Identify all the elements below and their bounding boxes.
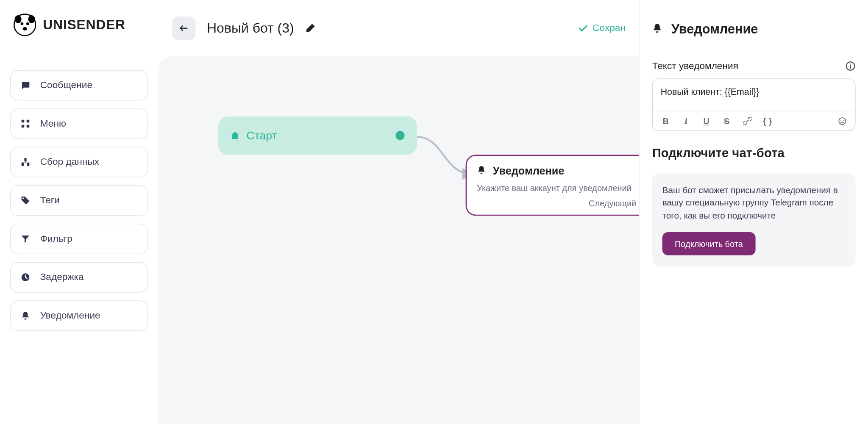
home-icon — [231, 131, 239, 140]
svg-rect-6 — [22, 120, 25, 123]
sidebar-item-label: Меню — [40, 118, 66, 130]
topbar: Новый бот (3) Сохран — [158, 0, 639, 56]
emoji-button[interactable] — [837, 116, 847, 126]
connect-description: Ваш бот сможет присылать уведомления в в… — [662, 184, 846, 222]
bell-icon — [21, 311, 30, 320]
bold-button[interactable]: B — [661, 116, 671, 126]
italic-button[interactable]: I — [681, 116, 691, 126]
properties-panel: Уведомление Текст уведомления Новый клие… — [639, 0, 868, 424]
strike-button[interactable]: S — [722, 116, 732, 126]
sidebar-item-filter[interactable]: Фильтр — [10, 224, 148, 254]
svg-rect-9 — [27, 125, 30, 128]
svg-point-1 — [15, 15, 22, 23]
save-status: Сохран — [578, 22, 626, 34]
logo[interactable]: UNISENDER — [10, 14, 148, 36]
connect-bot-button[interactable]: Подключить бота — [662, 233, 756, 256]
sidebar-item-label: Уведомление — [40, 310, 100, 321]
svg-point-2 — [28, 15, 35, 23]
connect-box: Ваш бот сможет присылать уведомления в в… — [652, 173, 856, 267]
bell-icon — [477, 166, 486, 177]
svg-rect-12 — [27, 163, 29, 166]
data-icon — [21, 158, 30, 166]
bell-icon — [652, 23, 662, 35]
logo-text: UNISENDER — [43, 17, 125, 33]
sidebar-item-notification[interactable]: Уведомление — [10, 300, 148, 331]
check-icon — [578, 23, 588, 33]
edit-title-button[interactable] — [305, 23, 315, 33]
node-port[interactable] — [395, 131, 404, 140]
node-start[interactable]: Старт — [218, 116, 417, 155]
sidebar-item-menu[interactable]: Меню — [10, 108, 148, 139]
svg-point-3 — [21, 22, 24, 25]
node-next-step[interactable]: Следующий шаг — [477, 198, 639, 208]
node-notification-hint: Укажите ваш аккаунт для уведомлений — [477, 183, 639, 193]
svg-point-19 — [840, 119, 841, 120]
flow-canvas[interactable]: Старт Уведомление Укажите ваш аккаунт дл… — [158, 56, 639, 424]
field-label: Текст уведомления — [652, 61, 738, 72]
sidebar-item-tags[interactable]: Теги — [10, 185, 148, 216]
svg-point-4 — [26, 22, 29, 25]
sidebar-item-label: Фильтр — [40, 233, 72, 245]
page-title: Новый бот (3) — [207, 20, 294, 36]
sidebar-item-delay[interactable]: Задержка — [10, 262, 148, 293]
variable-button[interactable]: { } — [762, 116, 773, 126]
notification-editor: Новый клиент: {{Email}} B I U S { } — [652, 78, 856, 131]
sidebar-item-label: Задержка — [40, 272, 84, 283]
svg-point-5 — [22, 27, 27, 30]
sidebar-item-label: Сбор данных — [40, 156, 99, 168]
node-notification[interactable]: Уведомление Укажите ваш аккаунт для увед… — [466, 155, 639, 216]
notification-text-input[interactable]: Новый клиент: {{Email}} — [653, 79, 855, 111]
filter-icon — [21, 234, 30, 243]
panel-title: Уведомление — [671, 22, 758, 37]
svg-point-18 — [838, 117, 845, 124]
clock-icon — [21, 273, 30, 282]
svg-point-17 — [850, 64, 851, 64]
svg-rect-8 — [22, 125, 25, 128]
editor-toolbar: B I U S { } — [653, 111, 855, 130]
node-start-label: Старт — [246, 129, 277, 142]
underline-button[interactable]: U — [701, 116, 712, 126]
message-icon — [21, 81, 30, 90]
sidebar-item-data[interactable]: Сбор данных — [10, 147, 148, 177]
sidebar: UNISENDER Сообщение Меню Сбор данных — [0, 0, 158, 424]
sidebar-item-label: Сообщение — [40, 80, 92, 91]
tag-icon — [21, 196, 30, 205]
save-status-text: Сохран — [593, 22, 626, 34]
svg-rect-11 — [22, 163, 24, 166]
connect-section-title: Подключите чат-бота — [652, 146, 856, 161]
node-notification-title: Уведомление — [493, 165, 565, 177]
main: Новый бот (3) Сохран — [158, 0, 639, 424]
link-button[interactable] — [742, 116, 752, 126]
svg-rect-7 — [27, 120, 30, 123]
svg-point-13 — [22, 197, 24, 199]
back-button[interactable] — [172, 16, 195, 40]
svg-point-20 — [843, 119, 844, 120]
sidebar-item-label: Теги — [40, 195, 60, 206]
menu-icon — [21, 119, 30, 128]
logo-icon — [14, 14, 36, 36]
svg-rect-10 — [24, 158, 26, 161]
info-icon[interactable] — [846, 61, 856, 71]
sidebar-item-message[interactable]: Сообщение — [10, 70, 148, 100]
